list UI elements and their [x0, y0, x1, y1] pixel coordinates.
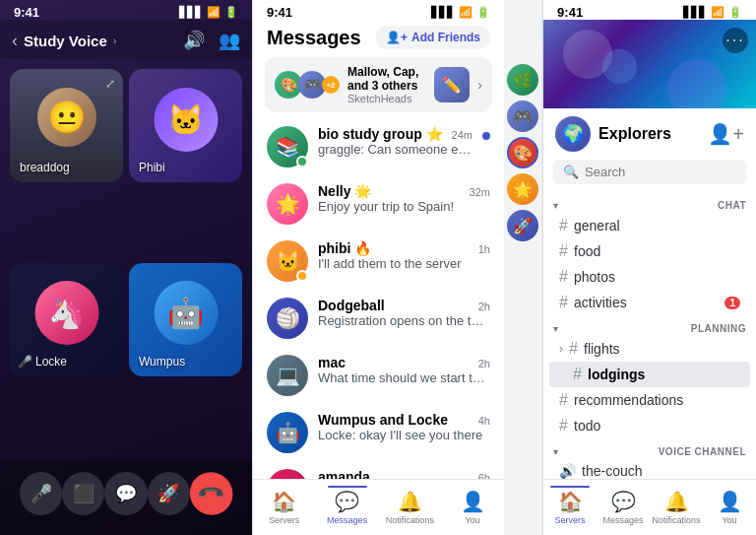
- server-icon-2[interactable]: 🎮: [507, 100, 538, 132]
- message-item[interactable]: 👩 amanda6h ok: [253, 461, 504, 479]
- server-icon-5[interactable]: 🚀: [507, 210, 538, 241]
- nav-indicator: [265, 486, 304, 488]
- tile-name-phibi: Phibi: [139, 161, 165, 174]
- voice-participants-grid: 😐 ⤢ breaddog 🐱 Phibi 🦄 🎤 Locke 🤖 Wumpus: [0, 59, 252, 460]
- channel-name: recommendations: [574, 392, 683, 408]
- wifi-icon: 📶: [207, 6, 220, 19]
- voice-adduser-icon[interactable]: 👥: [219, 30, 240, 51]
- message-time: 1h: [478, 243, 490, 255]
- channel-photos[interactable]: # photos: [549, 264, 750, 290]
- exp-servers-nav-icon: 🏠: [558, 490, 583, 513]
- messages-nav-icon: 💬: [335, 490, 359, 513]
- activities-badge: 1: [724, 297, 740, 309]
- exp-nav-servers[interactable]: 🏠 Servers: [543, 486, 597, 525]
- messages-title: Messages: [267, 27, 361, 49]
- voice-back-chevron[interactable]: ‹: [12, 31, 18, 51]
- message-name: phibi 🔥: [318, 240, 371, 256]
- channel-food[interactable]: # food: [549, 238, 750, 264]
- voice-channel-couch[interactable]: 🔊 the-couch: [549, 459, 750, 479]
- planning-section-header[interactable]: ▾ PLANNING: [543, 315, 756, 336]
- add-friends-button[interactable]: 👤+ Add Friends: [376, 26, 490, 49]
- camera-button[interactable]: ⬛: [62, 472, 104, 515]
- message-avatar: 🐱: [267, 240, 308, 282]
- exp-nav-messages[interactable]: 💬 Messages: [597, 486, 650, 525]
- channel-general[interactable]: # general: [549, 213, 750, 238]
- tile-expand-icon[interactable]: ⤢: [105, 77, 115, 91]
- chat-button[interactable]: 💬: [104, 472, 147, 515]
- pinned-message[interactable]: 🎨 🎮 +2 Mallow, Cap, and 3 others SketchH…: [265, 57, 492, 112]
- message-item[interactable]: 📚 bio study group ⭐24m graggle: Can some…: [253, 118, 504, 175]
- pinned-thumbnail: ✏️: [434, 67, 470, 102]
- voice-channel-name: the-couch: [582, 463, 642, 479]
- add-friends-label: Add Friends: [411, 31, 480, 44]
- nav-indicator-active: [550, 486, 590, 488]
- channel-search[interactable]: 🔍: [553, 160, 746, 184]
- exp-nav-you[interactable]: 👤 You: [703, 486, 756, 525]
- message-item[interactable]: 🌟 Nelly 🌟32m Enjoy your trip to Spain!: [253, 175, 504, 233]
- server-icon-1[interactable]: 🌿: [507, 64, 538, 96]
- voice-section-header[interactable]: ▾ VOICE CHANNEL: [543, 438, 756, 459]
- exp-messages-nav-label: Messages: [603, 515, 644, 525]
- nav-indicator: [710, 486, 749, 488]
- hangup-button[interactable]: 📞: [181, 463, 242, 524]
- wumpus-avatar: 🤖: [154, 281, 218, 345]
- channel-recommendations[interactable]: # recommendations: [549, 387, 750, 413]
- channel-activities[interactable]: # activities 1: [549, 290, 750, 315]
- channel-name: activities: [574, 295, 627, 310]
- activity-button[interactable]: 🚀: [148, 472, 190, 515]
- channel-todo[interactable]: # todo: [549, 413, 750, 438]
- voice-section-chevron: ▾: [553, 446, 558, 457]
- message-item[interactable]: 🤖 Wumpus and Locke4h Locke: okay I'll se…: [253, 404, 504, 461]
- message-item[interactable]: 💻 mac2h What time should we start tonigh…: [253, 347, 504, 404]
- add-member-icon[interactable]: 👤+: [708, 122, 744, 146]
- nav-indicator: [453, 486, 492, 488]
- voice-header: ‹ Study Voice › 🔊 👥: [0, 20, 252, 59]
- server-icon-large: 🌍: [555, 116, 591, 152]
- server-more-button[interactable]: ···: [723, 28, 748, 53]
- voice-channel-name: Study Voice: [24, 33, 107, 49]
- message-item[interactable]: 🐱 phibi 🔥1h I'll add them to the server: [253, 233, 504, 290]
- banner-orb3: [667, 59, 726, 108]
- channel-flights[interactable]: › # flights: [549, 336, 750, 362]
- pinned-subtitle: SketchHeads: [347, 93, 426, 104]
- voice-title-arrow: ›: [113, 34, 117, 46]
- messages-time: 9:41: [267, 5, 292, 20]
- nav-messages[interactable]: 💬 Messages: [316, 486, 379, 525]
- planning-section-chevron: ▾: [553, 323, 558, 334]
- message-avatar: 🏐: [267, 298, 308, 339]
- exp-nav-notifications[interactable]: 🔔 Notifications: [650, 486, 703, 525]
- message-time: 2h: [478, 358, 490, 369]
- message-time: 2h: [478, 301, 490, 312]
- channel-lodgings[interactable]: # lodgings: [549, 362, 750, 387]
- nav-servers[interactable]: 🏠 Servers: [253, 486, 316, 525]
- hash-icon: #: [573, 366, 582, 383]
- voice-section-title: VOICE CHANNEL: [659, 446, 746, 457]
- server-icon-4[interactable]: 🌟: [507, 173, 538, 205]
- explorer-bottom-nav: 🏠 Servers 💬 Messages 🔔 Notifications 👤 Y…: [543, 479, 756, 535]
- mute-button[interactable]: 🎤: [20, 472, 62, 515]
- voice-speaker-icon[interactable]: 🔊: [183, 30, 205, 51]
- exp-wifi-icon: 📶: [711, 6, 724, 19]
- server-icon-3[interactable]: 🎨: [507, 137, 538, 168]
- nav-notifications[interactable]: 🔔 Notifications: [379, 486, 442, 525]
- nav-indicator-active: [328, 486, 367, 488]
- expand-icon: ›: [559, 342, 563, 356]
- hash-icon: #: [559, 242, 568, 260]
- message-name: amanda: [318, 469, 370, 479]
- exp-battery-icon: 🔋: [728, 6, 742, 19]
- chat-section-header[interactable]: ▾ CHAT: [543, 192, 756, 213]
- message-preview: Enjoy your trip to Spain!: [318, 199, 490, 214]
- signal-icon: ▋▋▋: [179, 6, 203, 19]
- message-preview: Locke: okay I'll see you there: [318, 428, 490, 442]
- nav-indicator: [603, 486, 643, 488]
- nav-you[interactable]: 👤 You: [441, 486, 504, 525]
- voice-controls: 🎤 ⬛ 💬 🚀 📞: [0, 460, 252, 535]
- message-time: 32m: [470, 186, 490, 198]
- message-item[interactable]: 🏐 Dodgeball2h Registration opens on the …: [253, 290, 504, 347]
- phibi-avatar: 🐱: [154, 88, 218, 152]
- exp-notifications-nav-label: Notifications: [653, 515, 701, 525]
- search-input[interactable]: [585, 165, 750, 179]
- tile-name-wumpus: Wumpus: [139, 355, 185, 368]
- message-time: 4h: [478, 415, 490, 427]
- msg-signal-icon: ▋▋▋: [431, 6, 455, 19]
